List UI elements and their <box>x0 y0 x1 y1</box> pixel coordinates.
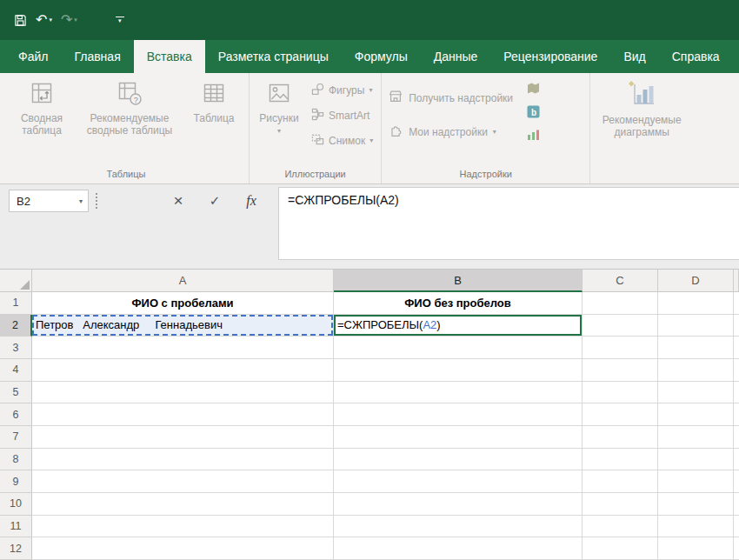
cell[interactable] <box>583 537 658 560</box>
column-header-A[interactable]: A <box>32 270 334 292</box>
row-header-3[interactable]: 3 <box>0 337 32 359</box>
tab-review[interactable]: Рецензирование <box>490 40 610 73</box>
tab-formulas[interactable]: Формулы <box>342 40 421 73</box>
cell[interactable] <box>32 359 334 382</box>
select-all-corner[interactable] <box>0 270 32 292</box>
cell[interactable] <box>32 337 334 359</box>
get-addins-button[interactable]: Получить надстройки <box>384 89 516 107</box>
cell[interactable] <box>658 337 734 359</box>
undo-button[interactable]: ↶ ▾ <box>36 13 52 27</box>
tab-data[interactable]: Данные <box>421 40 491 73</box>
cell[interactable] <box>334 493 583 516</box>
my-addins-button[interactable]: Мои надстройки ▾ <box>384 123 516 141</box>
cell[interactable] <box>734 359 739 382</box>
cell[interactable] <box>32 403 334 426</box>
cell[interactable] <box>583 337 658 359</box>
cell[interactable] <box>32 470 334 493</box>
cell[interactable] <box>334 426 583 449</box>
cell-A1[interactable]: ФИО с пробелами <box>32 292 334 315</box>
row-header-5[interactable]: 5 <box>0 382 32 404</box>
cell[interactable] <box>658 493 734 516</box>
row-header-9[interactable]: 9 <box>0 470 32 493</box>
cancel-button[interactable]: × <box>165 190 191 212</box>
customize-quick-access-button[interactable]: ▾ <box>116 17 124 23</box>
row-header-8[interactable]: 8 <box>0 449 32 471</box>
save-button[interactable] <box>14 14 27 27</box>
tab-view[interactable]: Вид <box>610 40 658 73</box>
cell-B1[interactable]: ФИО без пробелов <box>334 292 583 315</box>
cell[interactable] <box>734 449 739 471</box>
cell[interactable] <box>334 537 583 560</box>
cell[interactable] <box>734 292 739 315</box>
cell[interactable] <box>734 470 739 493</box>
recommended-pivot-tables-button[interactable]: ? Рекомендуемые сводные таблицы <box>77 73 182 137</box>
cell[interactable] <box>334 359 583 382</box>
column-header-C[interactable]: C <box>583 270 658 292</box>
cell[interactable] <box>583 516 658 538</box>
cell-C2[interactable] <box>583 315 658 337</box>
column-header-partial[interactable] <box>734 270 739 292</box>
cell[interactable] <box>658 382 734 404</box>
cell[interactable] <box>32 426 334 449</box>
tab-help[interactable]: Справка <box>659 40 733 73</box>
undo-dropdown-icon[interactable]: ▾ <box>49 17 52 23</box>
cell[interactable] <box>734 315 739 337</box>
cell[interactable] <box>334 337 583 359</box>
formula-bar-splitter[interactable] <box>96 193 97 209</box>
cell[interactable] <box>734 516 739 538</box>
pivot-table-button[interactable]: Сводная таблица <box>6 73 77 137</box>
addin-people-graph-icon[interactable] <box>527 129 540 142</box>
cell-C1[interactable] <box>583 292 658 315</box>
cell[interactable] <box>32 537 334 560</box>
row-header-12[interactable]: 12 <box>0 537 32 560</box>
tab-insert[interactable]: Вставка <box>134 40 205 73</box>
cell[interactable] <box>334 470 583 493</box>
row-header-6[interactable]: 6 <box>0 403 32 426</box>
cell[interactable] <box>734 493 739 516</box>
addin-map-icon[interactable] <box>527 82 540 95</box>
formula-input[interactable]: =СЖПРОБЕЛЫ(A2) <box>278 187 739 260</box>
insert-function-button[interactable]: fx <box>238 190 264 212</box>
cell-D2[interactable] <box>658 315 734 337</box>
row-header-1[interactable]: 1 <box>0 292 32 315</box>
cell[interactable] <box>334 403 583 426</box>
cell[interactable] <box>583 470 658 493</box>
cell[interactable] <box>658 537 734 560</box>
row-header-7[interactable]: 7 <box>0 426 32 449</box>
tab-file[interactable]: Файл <box>5 40 61 73</box>
recommended-charts-button[interactable]: Рекомендуемые диаграммы <box>593 73 690 138</box>
name-box[interactable]: B2 ▾ <box>9 190 89 212</box>
cell[interactable] <box>334 449 583 471</box>
cell[interactable] <box>583 382 658 404</box>
cell[interactable] <box>658 449 734 471</box>
cell[interactable] <box>658 470 734 493</box>
column-header-D[interactable]: D <box>658 270 734 292</box>
screenshot-button[interactable]: Снимок ▾ <box>306 130 378 151</box>
redo-dropdown-icon[interactable]: ▾ <box>74 17 77 23</box>
cell[interactable] <box>734 537 739 560</box>
cell[interactable] <box>32 493 334 516</box>
cell[interactable] <box>334 516 583 538</box>
table-button[interactable]: Таблица <box>182 73 246 124</box>
cell[interactable] <box>583 449 658 471</box>
cell-A2[interactable]: Петров Александр Геннадьевич <box>32 315 334 337</box>
cell[interactable] <box>734 426 739 449</box>
pictures-button[interactable]: Рисунки ▾ <box>252 73 306 135</box>
cell[interactable] <box>583 359 658 382</box>
cell[interactable] <box>32 449 334 471</box>
cell[interactable] <box>583 493 658 516</box>
cell[interactable] <box>583 426 658 449</box>
cell[interactable] <box>658 516 734 538</box>
cell[interactable] <box>734 403 739 426</box>
cell[interactable] <box>32 382 334 404</box>
cell[interactable] <box>583 403 658 426</box>
cell[interactable] <box>658 426 734 449</box>
row-header-10[interactable]: 10 <box>0 493 32 516</box>
row-header-2[interactable]: 2 <box>0 315 32 337</box>
cell[interactable] <box>658 359 734 382</box>
cell[interactable] <box>32 516 334 538</box>
cell[interactable] <box>734 337 739 359</box>
tab-home[interactable]: Главная <box>61 40 133 73</box>
cell[interactable] <box>734 382 739 404</box>
redo-button[interactable]: ↷ ▾ <box>61 13 77 27</box>
